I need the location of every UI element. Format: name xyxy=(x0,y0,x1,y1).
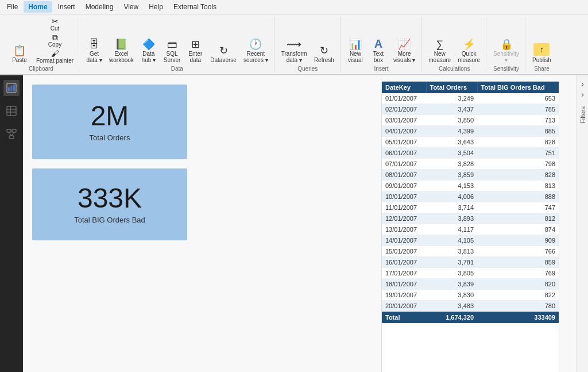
expand-panel-icon[interactable]: › xyxy=(581,90,584,98)
svg-rect-2 xyxy=(11,86,13,91)
sensitivity-button[interactable]: 🔒 Sensitivity▾ xyxy=(491,38,521,64)
table-scroll-area[interactable]: DateKey Total Orders Total BIG Orders Ba… xyxy=(382,82,559,372)
cell-date: 19/01/2007 xyxy=(382,290,426,301)
cell-date: 09/01/2007 xyxy=(382,181,426,191)
clipboard-label: Clipboard xyxy=(29,66,53,72)
table-row: 17/01/20073,805769 xyxy=(382,268,559,279)
quick-measure-icon: ⚡ xyxy=(463,39,475,49)
kpi-big-orders-bad[interactable]: 333K Total BIG Orders Bad xyxy=(32,168,187,240)
left-sidebar xyxy=(0,75,23,372)
cell-big-orders: 828 xyxy=(477,137,559,148)
share-label: Share xyxy=(534,66,550,72)
enter-data-button[interactable]: ⊞ Enterdata xyxy=(185,38,206,64)
cell-orders: 3,850 xyxy=(426,115,477,126)
quick-measure-button[interactable]: ⚡ Quickmeasure xyxy=(455,38,482,64)
dataverse-button[interactable]: ↻ Dataverse xyxy=(208,44,239,64)
table-row: 03/01/20073,850713 xyxy=(382,115,559,126)
kpi-big-orders-label: Total BIG Orders Bad xyxy=(74,216,145,224)
cell-date: 06/01/2007 xyxy=(382,148,426,159)
cell-orders: 3,249 xyxy=(426,93,477,104)
format-painter-icon: 🖌 xyxy=(51,49,59,57)
cut-icon: ✂ xyxy=(52,17,59,25)
footer-label: Total xyxy=(382,312,426,324)
cell-orders: 3,805 xyxy=(426,268,477,279)
menu-modeling[interactable]: Modeling xyxy=(81,1,118,13)
sidebar-report-icon[interactable] xyxy=(3,80,20,96)
cell-big-orders: 859 xyxy=(477,257,559,268)
cell-big-orders: 812 xyxy=(477,213,559,224)
sql-icon: 🗃 xyxy=(167,39,177,49)
cell-big-orders: 747 xyxy=(477,202,559,213)
data-hub-button[interactable]: 🔷 Datahub ▾ xyxy=(138,38,159,64)
cell-orders: 3,830 xyxy=(426,290,477,301)
cut-button[interactable]: ✂ Cut xyxy=(34,17,75,32)
menu-help[interactable]: Help xyxy=(144,1,168,13)
ribbon-group-calculations: ∑ Newmeasure ⚡ Quickmeasure Calculations xyxy=(423,17,486,72)
col-big-orders-bad: Total BIG Orders Bad xyxy=(477,82,559,93)
data-group-label: Data xyxy=(171,66,183,72)
cell-orders: 4,105 xyxy=(426,235,477,246)
more-visuals-icon: 📈 xyxy=(398,39,411,49)
paste-button[interactable]: 📋 Paste xyxy=(7,44,32,64)
more-visuals-button[interactable]: 📈 Morevisuals ▾ xyxy=(391,38,417,64)
transform-icon: ⟿ xyxy=(287,39,301,49)
table-row: 06/01/20073,504751 xyxy=(382,148,559,159)
cell-big-orders: 780 xyxy=(477,301,559,312)
cell-big-orders: 820 xyxy=(477,279,559,290)
menu-insert[interactable]: Insert xyxy=(53,1,80,13)
new-visual-icon: 📊 xyxy=(349,39,362,49)
menu-home[interactable]: Home xyxy=(24,1,52,13)
menu-external-tools[interactable]: External Tools xyxy=(169,1,221,13)
new-visual-button[interactable]: 📊 Newvisual xyxy=(345,38,366,64)
refresh-icon: ↻ xyxy=(320,45,328,56)
cell-date: 10/01/2007 xyxy=(382,191,426,202)
kpi-total-orders[interactable]: 2M Total Orders xyxy=(32,85,187,159)
collapse-panel-icon[interactable]: › xyxy=(581,80,584,88)
cell-orders: 3,643 xyxy=(426,137,477,148)
refresh-button[interactable]: ↻ Refresh xyxy=(312,44,336,64)
format-painter-button[interactable]: 🖌 Format painter xyxy=(34,49,75,64)
text-box-button[interactable]: A Textbox xyxy=(368,37,389,64)
canvas-area[interactable]: 2M Total Orders 333K Total BIG Orders Ba… xyxy=(23,75,577,372)
table-header-row: DateKey Total Orders Total BIG Orders Ba… xyxy=(382,82,559,93)
excel-icon: 📗 xyxy=(115,39,127,49)
table-row: 10/01/20074,006888 xyxy=(382,191,559,202)
cell-big-orders: 885 xyxy=(477,126,559,137)
table-row: 14/01/20074,105909 xyxy=(382,235,559,246)
cell-orders: 3,437 xyxy=(426,104,477,115)
table-row: 01/01/20073,249653 xyxy=(382,93,559,104)
table-row: 13/01/20074,117874 xyxy=(382,224,559,235)
svg-rect-3 xyxy=(13,85,15,91)
cell-date: 11/01/2007 xyxy=(382,202,426,213)
cell-date: 05/01/2007 xyxy=(382,137,426,148)
sql-server-button[interactable]: 🗃 SQLServer xyxy=(161,38,183,64)
ribbon-group-sensitivity: 🔒 Sensitivity▾ Sensitivity xyxy=(488,17,525,72)
publish-button[interactable]: ↑ Publish xyxy=(530,42,554,64)
get-data-button[interactable]: 🗄 Getdata ▾ xyxy=(84,38,105,64)
recent-sources-button[interactable]: 🕐 Recentsources ▾ xyxy=(241,38,270,64)
menu-file[interactable]: File xyxy=(2,1,22,13)
right-panel: › › Filters xyxy=(577,75,588,372)
table-row: 20/01/20073,483780 xyxy=(382,301,559,312)
sidebar-table-icon[interactable] xyxy=(3,103,20,119)
cell-date: 02/01/2007 xyxy=(382,104,426,115)
new-measure-button[interactable]: ∑ Newmeasure xyxy=(426,38,453,64)
cell-orders: 4,006 xyxy=(426,191,477,202)
dataverse-icon: ↻ xyxy=(219,45,228,56)
copy-button[interactable]: ⧉ Copy xyxy=(34,33,75,48)
cell-big-orders: 909 xyxy=(477,235,559,246)
menu-view[interactable]: View xyxy=(119,1,143,13)
cell-orders: 3,781 xyxy=(426,257,477,268)
calculations-label: Calculations xyxy=(439,66,470,72)
cell-big-orders: 713 xyxy=(477,115,559,126)
sensitivity-icon: 🔒 xyxy=(500,39,513,49)
excel-workbook-button[interactable]: 📗 Excelworkbook xyxy=(107,38,136,64)
cell-big-orders: 822 xyxy=(477,290,559,301)
filters-label[interactable]: Filters xyxy=(579,106,586,124)
sidebar-model-icon[interactable] xyxy=(3,126,20,142)
app-layout: 2M Total Orders 333K Total BIG Orders Ba… xyxy=(0,75,588,372)
transform-data-button[interactable]: ⟿ Transformdata ▾ xyxy=(279,38,310,64)
text-box-icon: A xyxy=(374,38,382,49)
svg-rect-4 xyxy=(7,106,16,116)
data-table-panel: DateKey Total Orders Total BIG Orders Ba… xyxy=(381,81,559,372)
